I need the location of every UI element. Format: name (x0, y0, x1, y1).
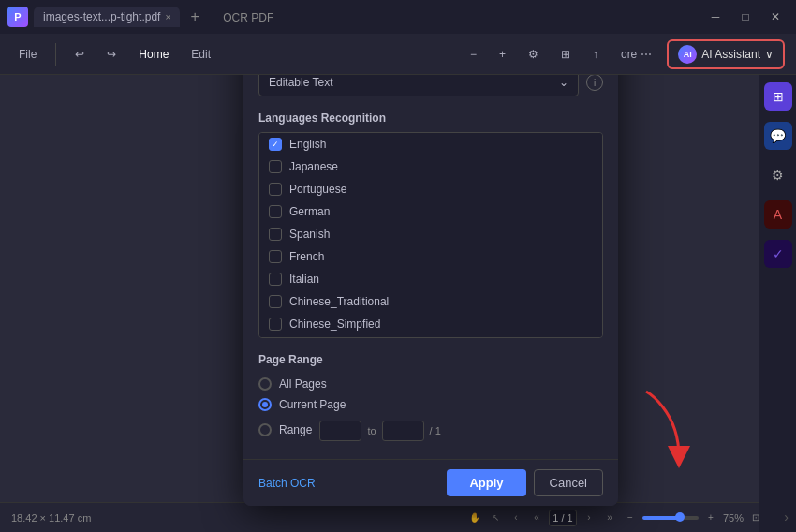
zoom-level: 75% (723, 512, 744, 524)
range-to-input[interactable] (382, 421, 424, 441)
sidebar-right: ⊞ 💬 ⚙ A ✓ › (759, 75, 796, 532)
prev-page-btn[interactable]: ‹ (508, 510, 524, 526)
radio-all-pages[interactable]: All Pages (258, 374, 603, 394)
batch-ocr-btn[interactable]: Batch OCR (258, 477, 316, 490)
lang-item-spanish[interactable]: Spanish (259, 223, 602, 245)
sidebar-icon-app1[interactable]: A (764, 200, 792, 229)
sidebar-icon-chat[interactable]: 💬 (764, 122, 792, 150)
first-page-btn[interactable]: « (528, 510, 545, 526)
more-label: ore (621, 48, 637, 61)
sidebar-expand-icon[interactable]: › (784, 510, 789, 525)
lang-checkbox-english[interactable]: ✓ (269, 138, 282, 151)
lang-item-bulgarian[interactable]: Bulgarian (259, 335, 602, 338)
file-label: File (19, 48, 37, 61)
zoom-in-bottom-btn[interactable]: + (702, 510, 719, 526)
toolbar-settings[interactable]: ⚙ (521, 44, 546, 65)
maximize-btn[interactable]: □ (732, 7, 759, 26)
lang-checkbox-chinese-trad[interactable] (269, 295, 282, 308)
lang-checkbox-chinese-simp[interactable] (269, 318, 282, 331)
lang-checkbox-japanese[interactable] (269, 160, 282, 173)
lang-name-german: German (289, 205, 330, 218)
last-page-btn[interactable]: » (601, 510, 618, 526)
page-navigation: ✋ ↖ ‹ « › » − + 75% ⊡ ⛶ (466, 510, 785, 526)
ai-avatar: AI (678, 45, 697, 64)
radio-range-btn[interactable] (258, 423, 272, 436)
app-icon: P (7, 7, 28, 27)
zoom-out-bottom-btn[interactable]: − (622, 510, 639, 526)
languages-label: Languages Recognition (258, 111, 603, 125)
toolbar-more[interactable]: ore ⋯ (613, 44, 659, 65)
page-range-section: Page Range All Pages Current Page Range … (258, 353, 603, 445)
dialog-body: OCR Option Editable Text ⌄ i Languages R… (243, 33, 618, 459)
new-tab-btn[interactable]: + (185, 7, 204, 26)
sidebar-icon-app2[interactable]: ✓ (764, 240, 792, 268)
dialog-footer: Batch OCR Apply Cancel (243, 459, 618, 506)
tab-close-btn[interactable]: × (165, 12, 170, 22)
redo-icon: ↪ (107, 48, 116, 61)
lang-checkbox-german[interactable] (269, 205, 282, 218)
zoom-slider[interactable] (642, 516, 699, 520)
lang-item-italian[interactable]: Italian (259, 268, 602, 290)
apply-btn[interactable]: Apply (447, 469, 525, 496)
range-total: / 1 (430, 425, 441, 436)
lang-name-japanese: Japanese (289, 160, 338, 173)
toolbar-undo[interactable]: ↩ (67, 44, 92, 65)
active-tab[interactable]: images-text...p-tight.pdf × (34, 7, 180, 27)
lang-checkbox-spanish[interactable] (269, 228, 282, 241)
lang-item-german[interactable]: German (259, 200, 602, 223)
toolbar-file[interactable]: File (11, 44, 44, 65)
toolbar-right: − + ⚙ ⊞ ↑ ore ⋯ AI AI Assistant ∨ (463, 39, 785, 69)
ocr-option-value: Editable Text (269, 76, 333, 89)
radio-all-pages-label: All Pages (279, 377, 327, 391)
radio-current-page-btn[interactable] (258, 398, 272, 411)
toolbar-redo[interactable]: ↪ (99, 44, 124, 65)
lang-item-portuguese[interactable]: Portuguese (259, 178, 602, 200)
title-bar: P images-text...p-tight.pdf × + OCR PDF … (0, 0, 796, 34)
toolbar-network[interactable]: ⊞ (553, 44, 578, 65)
dialog-title-inline: OCR PDF (223, 11, 273, 24)
more-icon: ⋯ (641, 48, 652, 61)
range-from-input[interactable] (319, 421, 361, 441)
lang-item-english[interactable]: ✓ English (259, 133, 602, 155)
doc-dimensions: 18.42 × 11.47 cm (11, 512, 91, 524)
bottom-bar: 18.42 × 11.47 cm ✋ ↖ ‹ « › » − + 75% ⊡ ⛶ (0, 502, 796, 532)
lang-item-chinese-simp[interactable]: Chinese_Simpfied (259, 313, 602, 335)
radio-current-page[interactable]: Current Page (258, 394, 603, 415)
hand-tool-btn[interactable]: ✋ (466, 510, 483, 526)
toolbar-zoom-in[interactable]: + (492, 44, 513, 65)
lang-item-french[interactable]: French (259, 245, 602, 268)
radio-range-label: Range (279, 423, 312, 436)
info-btn[interactable]: i (586, 74, 603, 91)
close-window-btn[interactable]: ✕ (762, 7, 789, 26)
radio-all-pages-btn[interactable] (258, 377, 272, 391)
lang-item-chinese-trad[interactable]: Chinese_Traditional (259, 290, 602, 313)
toolbar-zoom-out[interactable]: − (463, 44, 484, 65)
minimize-btn[interactable]: ─ (702, 7, 729, 26)
lang-name-french: French (289, 250, 324, 263)
page-input[interactable] (549, 510, 577, 526)
radio-range[interactable]: Range to / 1 (258, 415, 603, 445)
sidebar-icon-puzzle[interactable]: ⊞ (764, 82, 792, 111)
lang-checkbox-portuguese[interactable] (269, 183, 282, 196)
page-range-label: Page Range (258, 353, 603, 366)
title-bar-left: P images-text...p-tight.pdf × + (7, 7, 204, 27)
toolbar-home[interactable]: Home (131, 44, 176, 65)
ai-assistant-btn[interactable]: AI AI Assistant ∨ (667, 39, 785, 69)
cursor-tool-btn[interactable]: ↖ (487, 510, 504, 526)
title-spacer: OCR PDF (208, 10, 699, 24)
zoom-thumb (675, 512, 685, 522)
toolbar-divider-1 (55, 43, 56, 66)
sidebar-icon-settings2[interactable]: ⚙ (764, 161, 792, 189)
edit-label: Edit (191, 48, 211, 61)
footer-buttons: Apply Cancel (447, 469, 603, 496)
zoom-in-icon: + (499, 48, 506, 61)
settings-icon: ⚙ (528, 48, 538, 61)
lang-checkbox-italian[interactable] (269, 273, 282, 286)
ai-assistant-label: AI Assistant (701, 48, 760, 61)
toolbar-edit[interactable]: Edit (184, 44, 218, 65)
toolbar-upload[interactable]: ↑ (585, 44, 606, 65)
lang-item-japanese[interactable]: Japanese (259, 155, 602, 178)
lang-checkbox-french[interactable] (269, 250, 282, 263)
cancel-btn[interactable]: Cancel (534, 469, 603, 496)
next-page-btn[interactable]: › (581, 510, 597, 526)
